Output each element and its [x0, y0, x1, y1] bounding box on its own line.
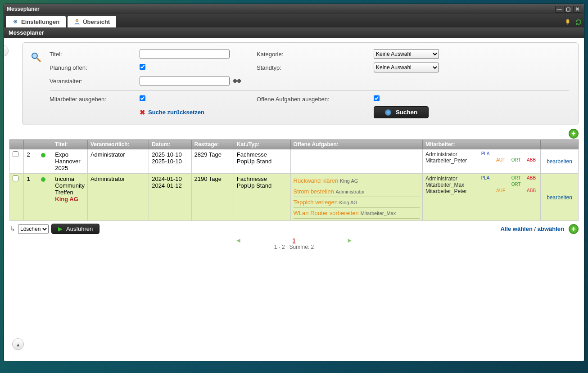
employee-row: Mitarbeiter_MaxORT — [425, 182, 538, 188]
window-controls: — ▢ ✕ — [555, 6, 581, 13]
row-responsible: Administrator — [87, 174, 149, 221]
reset-search-link[interactable]: ✖Suche zurücksetzen — [140, 108, 204, 117]
col-cat: Kat./Typ: — [234, 140, 290, 149]
magnifier-icon — [31, 52, 41, 63]
row-checkbox[interactable] — [13, 151, 18, 157]
search-button[interactable]: Suchen — [374, 106, 429, 118]
gear-icon — [12, 18, 18, 25]
execute-button[interactable]: ▶Ausführen — [51, 224, 100, 234]
organizer-input[interactable] — [140, 76, 230, 86]
pager: ◄ 1 ► 1 - 2 | Summe: 2 — [9, 237, 579, 250]
tab-overview[interactable]: Übersicht — [68, 16, 116, 27]
search-panel: Titel: Kategorie: Keine Auswahl Planung … — [22, 42, 579, 125]
add-button-bottom[interactable]: + — [569, 224, 579, 234]
close-button[interactable]: ✕ — [573, 6, 581, 13]
svg-point-5 — [32, 53, 37, 58]
pager-summary: 1 - 2 | Summe: 2 — [274, 244, 314, 250]
row-id: 2 — [24, 149, 38, 174]
row-employees: AdministratorPLAMitarbeiter_PeterAUFORTA… — [423, 149, 541, 174]
pin-icon[interactable] — [564, 18, 571, 26]
arrow-icon: ↳ — [9, 225, 15, 233]
planning-open-label: Planung offen: — [50, 64, 140, 71]
col-emp: Mitarbeiter: — [423, 140, 541, 149]
row-date: 2025-10-102025-10-10 — [149, 149, 191, 174]
employee-row: Mitarbeiter_PeterAUFORTABB — [425, 157, 538, 164]
tab-bar: Einstellungen Übersicht — [4, 14, 584, 27]
title-label: Titel: — [50, 51, 140, 58]
status-dot-icon — [41, 153, 45, 157]
employees-out-checkbox[interactable] — [140, 95, 145, 101]
refresh-icon[interactable] — [575, 18, 582, 26]
organizer-label: Veranstalter: — [50, 78, 140, 85]
user-icon — [74, 18, 80, 25]
expand-button[interactable]: ▴ — [12, 338, 24, 350]
edit-link[interactable]: bearbeiten — [547, 158, 572, 165]
deselect-all-link[interactable]: abwählen — [538, 225, 564, 232]
col-responsible: Verantwortlich: — [87, 140, 149, 149]
col-tasks: Offene Aufgaben: — [290, 140, 422, 149]
row-tasks: Rückwand klären King AGStrom bestellen A… — [290, 174, 422, 221]
col-id — [24, 140, 38, 149]
employee-row: AdministratorPLA — [425, 151, 538, 157]
x-icon: ✖ — [140, 108, 145, 117]
table-header-row: Titel: Verantwortlich: Datum: Resttage: … — [10, 140, 579, 149]
row-title: ExpoHannover2025 — [52, 149, 88, 174]
task-link[interactable]: WLan Router vorbereiten Mitarbeiter_Max — [294, 210, 396, 216]
row-rest: 2190 Tage — [191, 174, 234, 221]
next-page-icon[interactable]: ► — [297, 237, 403, 244]
row-cat: FachmessePopUp Stand — [234, 174, 290, 221]
row-id: 1 — [24, 174, 38, 221]
select-all-link[interactable]: Alle wählen — [500, 225, 533, 232]
row-date: 2024-01-102024-01-12 — [149, 174, 191, 221]
page-number[interactable]: 1 — [293, 238, 296, 244]
planning-open-checkbox[interactable] — [140, 64, 145, 70]
collapse-search-button[interactable]: ▾ — [4, 45, 9, 57]
task-link[interactable]: Strom bestellen Administrator — [294, 188, 365, 195]
category-label: Kategorie: — [257, 51, 374, 58]
task-link[interactable]: Rückwand klären King AG — [294, 177, 358, 184]
row-checkbox[interactable] — [13, 175, 18, 181]
titlebar: Messeplaner — ▢ ✕ — [4, 4, 584, 14]
col-edit — [541, 140, 579, 149]
svg-point-1 — [15, 21, 16, 22]
task-link[interactable]: Teppich verlegen King AG — [294, 199, 357, 206]
col-rest: Resttage: — [191, 140, 234, 149]
footer-bar: ↳ Löschen ▶Ausführen Alle wählen / abwäh… — [9, 224, 579, 234]
tab-settings-label: Einstellungen — [21, 18, 59, 25]
standtype-label: Standtyp: — [257, 64, 374, 71]
col-date: Datum: — [149, 140, 191, 149]
content-area: ▾ Titel: Kategorie: Keine Auswahl Planun… — [4, 38, 584, 361]
tab-settings[interactable]: Einstellungen — [6, 16, 66, 27]
row-employees: AdministratorPLAORTABBMitarbeiter_MaxORT… — [423, 174, 541, 221]
prev-page-icon[interactable]: ◄ — [185, 237, 291, 244]
binoculars-icon[interactable] — [233, 79, 241, 83]
table-row: 2ExpoHannover2025Administrator2025-10-10… — [10, 149, 579, 174]
col-check — [10, 140, 24, 149]
maximize-button[interactable]: ▢ — [564, 6, 572, 13]
bulk-action-select[interactable]: Löschen — [18, 224, 49, 234]
svg-point-2 — [76, 19, 78, 22]
app-window: Messeplaner — ▢ ✕ Einstellungen Übersich… — [4, 4, 584, 361]
open-tasks-out-label: Offene Aufgaben ausgeben: — [257, 96, 374, 103]
row-title: tricomaCommunityTreffenKing AG — [52, 174, 88, 221]
minimize-button[interactable]: — — [555, 6, 563, 13]
row-cat: FachmessePopUp Stand — [234, 149, 290, 174]
play-icon: ▶ — [58, 225, 63, 232]
page-subheader: Messeplaner — [4, 27, 584, 38]
open-tasks-out-checkbox[interactable] — [374, 95, 380, 101]
col-title: Titel: — [52, 140, 88, 149]
employee-row: Mitarbeiter_PeterAUFABB — [425, 188, 538, 194]
svg-rect-3 — [566, 19, 569, 23]
edit-link[interactable]: bearbeiten — [547, 194, 572, 201]
title-input[interactable] — [140, 49, 230, 59]
standtype-select[interactable]: Keine Auswahl — [374, 63, 439, 72]
window-title: Messeplaner — [7, 6, 40, 12]
row-rest: 2829 Tage — [191, 149, 234, 174]
status-dot-icon — [41, 177, 45, 182]
results-table: Titel: Verantwortlich: Datum: Resttage: … — [9, 139, 579, 221]
category-select[interactable]: Keine Auswahl — [374, 49, 439, 59]
employees-out-label: Mitarbeiter ausgeben: — [50, 96, 140, 103]
employee-row: AdministratorPLAORTABB — [425, 175, 538, 182]
row-tasks — [290, 149, 422, 174]
add-button-top[interactable]: + — [569, 129, 579, 139]
